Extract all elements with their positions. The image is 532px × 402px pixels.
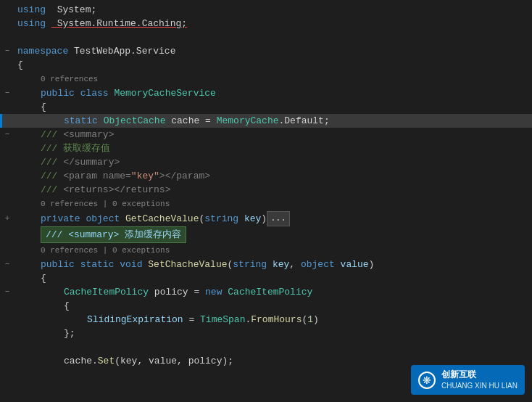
code-line: /// 获取缓存值	[0, 141, 532, 155]
left-margin	[0, 17, 14, 30]
code-content: SlidingExpiration = TimeSpan.FromHours(1…	[14, 313, 532, 327]
current-line-indicator	[0, 114, 2, 128]
left-margin: −	[0, 285, 14, 299]
left-margin	[0, 299, 14, 313]
code-content: 0 references | 0 exceptions	[14, 243, 532, 258]
left-margin	[0, 100, 14, 114]
code-content: {	[14, 58, 532, 72]
watermark-line2: CHUANG XIN HU LIAN	[441, 381, 518, 390]
code-line-selected: static ObjectCache cache = MemoryCache.D…	[0, 114, 532, 128]
left-margin	[0, 155, 14, 169]
code-content: /// <summary> 添加缓存内容	[14, 226, 532, 243]
code-line: − public class MemoryCacheService	[0, 86, 532, 100]
code-content	[14, 30, 532, 44]
watermark-text: 创新互联 CHUANG XIN HU LIAN	[441, 369, 518, 390]
left-margin	[0, 141, 14, 155]
code-line: /// </summary>	[0, 155, 532, 169]
collapse-icon[interactable]: −	[2, 285, 12, 299]
left-margin	[0, 169, 14, 183]
left-margin: −	[0, 128, 14, 141]
watermark: ❋ 创新互联 CHUANG XIN HU LIAN	[411, 365, 525, 395]
code-content: using System;	[14, 3, 532, 17]
code-line: + private object GetCacheValue(string ke…	[0, 211, 532, 226]
code-area[interactable]: using System; using System.Runtime.Cachi…	[0, 0, 532, 402]
left-margin	[0, 183, 14, 197]
code-content: {	[14, 299, 532, 313]
code-content: 0 references	[14, 72, 532, 86]
left-margin	[0, 72, 14, 86]
code-line: − namespace TestWebApp.Service	[0, 44, 532, 58]
code-line: /// <param name="key"></param>	[0, 169, 532, 183]
code-line: /// <returns></returns>	[0, 183, 532, 197]
code-content: };	[14, 327, 532, 340]
left-margin	[0, 243, 14, 258]
left-margin: −	[0, 44, 14, 58]
watermark-icon-symbol: ❋	[423, 374, 431, 386]
left-margin	[0, 226, 14, 243]
code-content: 0 references | 0 exceptions	[14, 197, 532, 211]
left-margin	[0, 354, 14, 368]
code-line: SlidingExpiration = TimeSpan.FromHours(1…	[0, 313, 532, 327]
left-margin	[0, 340, 14, 354]
code-line	[0, 340, 532, 354]
code-line: − public static void SetChacheValue(stri…	[0, 258, 532, 271]
watermark-line1: 创新互联	[441, 369, 518, 381]
code-content: /// <param name="key"></param>	[14, 169, 532, 183]
code-content: using System.Runtime.Caching;	[14, 17, 532, 30]
left-margin	[0, 197, 14, 211]
code-content: private object GetCacheValue(string key)…	[14, 211, 532, 226]
collapse-icon[interactable]: −	[2, 128, 12, 141]
code-content: /// <summary>	[14, 128, 532, 141]
code-line: 0 references	[0, 72, 532, 86]
code-line: {	[0, 100, 532, 114]
code-content: /// <returns></returns>	[14, 183, 532, 197]
code-content: {	[14, 100, 532, 114]
left-margin	[0, 58, 14, 72]
collapse-icon[interactable]: −	[2, 86, 12, 100]
code-content: /// 获取缓存值	[14, 141, 532, 155]
code-content: {	[14, 271, 532, 285]
code-line: {	[0, 58, 532, 72]
code-line: − CacheItemPolicy policy = new CacheItem…	[0, 285, 532, 299]
watermark-icon: ❋	[418, 372, 436, 389]
code-line: /// <summary> 添加缓存内容	[0, 226, 532, 243]
collapse-icon[interactable]: +	[2, 212, 12, 226]
code-content: public class MemoryCacheService	[14, 86, 532, 100]
left-margin	[0, 3, 14, 17]
left-margin: −	[0, 258, 14, 271]
code-line: {	[0, 299, 532, 313]
left-margin: +	[0, 211, 14, 226]
code-content: public static void SetChacheValue(string…	[14, 258, 532, 271]
code-line: };	[0, 327, 532, 340]
left-margin	[0, 313, 14, 327]
code-line	[0, 30, 532, 44]
left-margin	[0, 271, 14, 285]
code-line: using System.Runtime.Caching;	[0, 17, 532, 30]
code-line: − /// <summary>	[0, 128, 532, 141]
left-margin	[0, 114, 14, 128]
left-margin	[0, 30, 14, 44]
left-margin: −	[0, 86, 14, 100]
editor-container: using System; using System.Runtime.Cachi…	[0, 0, 532, 402]
code-content	[14, 340, 532, 354]
code-line: 0 references | 0 exceptions	[0, 197, 532, 211]
code-content: namespace TestWebApp.Service	[14, 44, 532, 58]
code-content: CacheItemPolicy policy = new CacheItemPo…	[14, 285, 532, 299]
collapse-icon[interactable]: −	[2, 44, 12, 58]
code-line: {	[0, 271, 532, 285]
left-margin	[0, 327, 14, 340]
code-line: 0 references | 0 exceptions	[0, 243, 532, 258]
collapse-icon[interactable]: −	[2, 258, 12, 271]
code-content: /// </summary>	[14, 155, 532, 169]
code-content: static ObjectCache cache = MemoryCache.D…	[14, 114, 532, 128]
code-line: using System;	[0, 3, 532, 17]
